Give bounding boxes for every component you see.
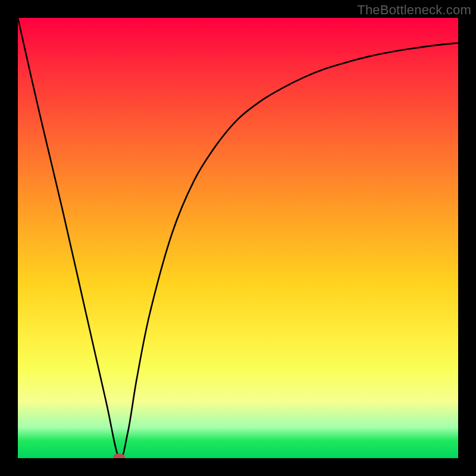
chart-frame: TheBottleneck.com — [0, 0, 476, 476]
chart-plot-area — [18, 18, 458, 458]
watermark-text: TheBottleneck.com — [357, 2, 471, 18]
